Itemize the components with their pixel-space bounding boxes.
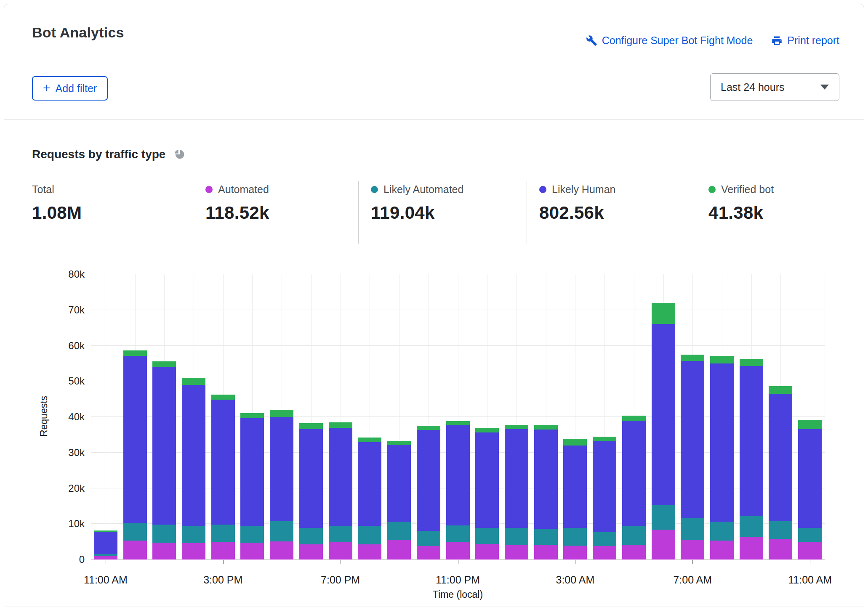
stacked-bar-4-00-pm[interactable] bbox=[240, 413, 264, 560]
bar-segment-verified-bot[interactable] bbox=[152, 361, 176, 367]
bar-segment-likely-human[interactable] bbox=[710, 363, 734, 522]
bar-segment-automated[interactable] bbox=[475, 544, 499, 560]
bar-segment-likely-human[interactable] bbox=[505, 429, 528, 528]
bar-segment-verified-bot[interactable] bbox=[534, 425, 558, 430]
bar-segment-verified-bot[interactable] bbox=[446, 421, 470, 425]
bar-segment-likely-human[interactable] bbox=[593, 441, 616, 532]
bar-segment-likely-automated[interactable] bbox=[182, 526, 205, 543]
bar-segment-likely-automated[interactable] bbox=[358, 526, 381, 544]
bar-segment-verified-bot[interactable] bbox=[182, 378, 205, 385]
bar-segment-likely-automated[interactable] bbox=[681, 518, 704, 540]
bar-segment-automated[interactable] bbox=[358, 544, 381, 560]
stacked-bar-2-00-am[interactable] bbox=[534, 425, 558, 560]
bar-segment-likely-automated[interactable] bbox=[534, 529, 558, 545]
bar-segment-likely-automated[interactable] bbox=[446, 525, 470, 542]
bar-segment-verified-bot[interactable] bbox=[475, 428, 499, 432]
bar-segment-verified-bot[interactable] bbox=[563, 439, 587, 446]
bar-segment-likely-automated[interactable] bbox=[710, 522, 734, 541]
bar-segment-likely-human[interactable] bbox=[299, 429, 323, 528]
stacked-bar-9-00-pm[interactable] bbox=[387, 441, 411, 560]
stacked-bar-3-00-am[interactable] bbox=[563, 439, 587, 560]
bar-segment-likely-human[interactable] bbox=[769, 394, 792, 521]
bar-segment-likely-human[interactable] bbox=[563, 446, 587, 528]
bar-segment-likely-human[interactable] bbox=[123, 356, 147, 523]
bar-segment-likely-human[interactable] bbox=[475, 432, 499, 528]
bar-segment-likely-human[interactable] bbox=[358, 442, 381, 525]
stacked-bar-4-00-am[interactable] bbox=[593, 437, 616, 560]
bar-segment-likely-automated[interactable] bbox=[769, 521, 792, 539]
bar-segment-automated[interactable] bbox=[740, 537, 763, 560]
bar-segment-likely-human[interactable] bbox=[681, 361, 704, 518]
bar-segment-automated[interactable] bbox=[299, 544, 323, 560]
bar-segment-verified-bot[interactable] bbox=[622, 416, 646, 421]
bar-segment-likely-automated[interactable] bbox=[299, 528, 323, 544]
bar-segment-likely-human[interactable] bbox=[270, 417, 293, 521]
bar-segment-automated[interactable] bbox=[446, 542, 470, 560]
bar-segment-likely-automated[interactable] bbox=[152, 525, 176, 543]
bar-segment-verified-bot[interactable] bbox=[240, 413, 264, 419]
bar-segment-likely-automated[interactable] bbox=[211, 525, 235, 542]
bar-segment-automated[interactable] bbox=[152, 543, 176, 560]
stacked-bar-6-00-am[interactable] bbox=[652, 303, 675, 560]
stacked-bar-11-00-am[interactable] bbox=[798, 420, 822, 560]
bar-segment-verified-bot[interactable] bbox=[798, 420, 822, 429]
bar-segment-verified-bot[interactable] bbox=[593, 437, 616, 441]
bar-segment-verified-bot[interactable] bbox=[710, 356, 734, 363]
stacked-bar-5-00-am[interactable] bbox=[622, 416, 646, 560]
bar-segment-verified-bot[interactable] bbox=[299, 423, 323, 429]
bar-segment-automated[interactable] bbox=[622, 545, 646, 560]
bar-segment-likely-human[interactable] bbox=[798, 429, 822, 528]
bar-segment-likely-automated[interactable] bbox=[798, 528, 822, 542]
bar-segment-likely-automated[interactable] bbox=[387, 522, 411, 540]
stacked-bar-3-00-pm[interactable] bbox=[211, 395, 235, 560]
bar-segment-likely-automated[interactable] bbox=[652, 505, 675, 530]
bar-segment-likely-automated[interactable] bbox=[329, 526, 352, 542]
bar-segment-automated[interactable] bbox=[123, 541, 147, 560]
bar-segment-automated[interactable] bbox=[211, 542, 235, 560]
bar-segment-likely-human[interactable] bbox=[417, 430, 440, 531]
bar-segment-automated[interactable] bbox=[534, 545, 558, 560]
bar-segment-verified-bot[interactable] bbox=[652, 303, 675, 324]
bar-segment-likely-human[interactable] bbox=[622, 421, 646, 526]
bar-segment-automated[interactable] bbox=[505, 545, 528, 560]
stacked-bar-12-00-am[interactable] bbox=[475, 428, 499, 560]
bar-segment-likely-human[interactable] bbox=[740, 366, 763, 516]
bar-segment-likely-human[interactable] bbox=[94, 532, 117, 554]
stacked-bar-6-00-pm[interactable] bbox=[299, 423, 323, 560]
bar-segment-verified-bot[interactable] bbox=[505, 425, 528, 429]
bar-segment-automated[interactable] bbox=[798, 542, 822, 560]
bar-segment-likely-human[interactable] bbox=[182, 385, 205, 526]
bar-segment-automated[interactable] bbox=[652, 530, 675, 560]
bar-segment-likely-automated[interactable] bbox=[475, 528, 499, 544]
bar-segment-likely-human[interactable] bbox=[240, 418, 264, 526]
bar-segment-likely-human[interactable] bbox=[211, 400, 235, 525]
bar-segment-automated[interactable] bbox=[387, 540, 411, 560]
time-range-select[interactable]: Last 24 hours bbox=[710, 73, 839, 101]
bar-segment-likely-automated[interactable] bbox=[240, 526, 264, 543]
bar-segment-likely-human[interactable] bbox=[152, 367, 176, 525]
bar-segment-automated[interactable] bbox=[769, 539, 792, 560]
bar-segment-verified-bot[interactable] bbox=[769, 386, 792, 394]
stacked-bar-1-00-am[interactable] bbox=[505, 425, 528, 560]
bar-segment-likely-automated[interactable] bbox=[123, 523, 147, 541]
bar-segment-automated[interactable] bbox=[563, 546, 587, 560]
configure-super-bot-fight-mode-link[interactable]: Configure Super Bot Fight Mode bbox=[586, 34, 753, 47]
bar-segment-likely-automated[interactable] bbox=[505, 528, 528, 546]
bar-segment-verified-bot[interactable] bbox=[211, 395, 235, 400]
bar-segment-automated[interactable] bbox=[710, 541, 734, 560]
stacked-bar-2-00-pm[interactable] bbox=[182, 378, 205, 560]
bar-segment-automated[interactable] bbox=[94, 556, 117, 560]
stacked-bar-1-00-pm[interactable] bbox=[152, 361, 176, 560]
bar-segment-likely-automated[interactable] bbox=[740, 516, 763, 537]
bar-segment-verified-bot[interactable] bbox=[358, 438, 381, 442]
bar-segment-likely-automated[interactable] bbox=[622, 526, 646, 545]
bar-segment-likely-automated[interactable] bbox=[593, 532, 616, 546]
print-report-link[interactable]: Print report bbox=[771, 34, 839, 47]
bar-segment-likely-automated[interactable] bbox=[94, 554, 117, 556]
bar-segment-likely-automated[interactable] bbox=[270, 521, 293, 541]
stacked-bar-8-00-am[interactable] bbox=[710, 356, 734, 560]
stacked-bar-7-00-am[interactable] bbox=[681, 355, 704, 560]
bar-segment-automated[interactable] bbox=[417, 546, 440, 560]
bar-segment-automated[interactable] bbox=[240, 543, 264, 560]
bar-segment-verified-bot[interactable] bbox=[94, 530, 117, 532]
